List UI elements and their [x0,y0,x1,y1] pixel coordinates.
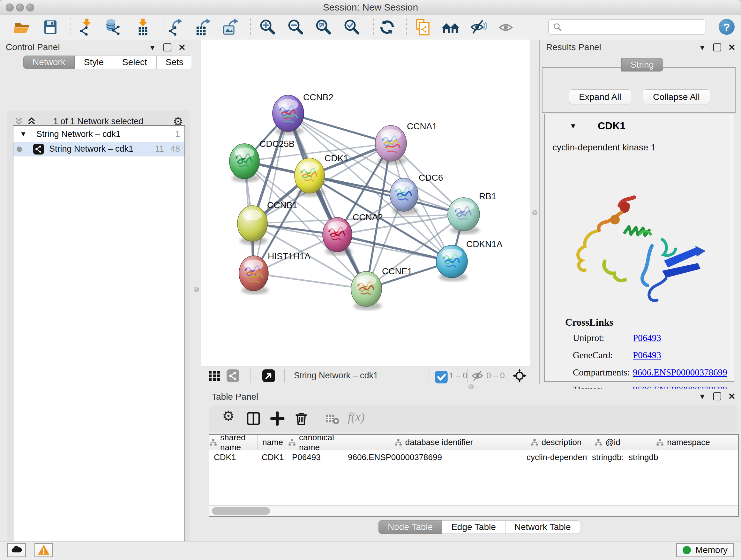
network-node-CCNE1[interactable] [351,271,382,310]
center-view-button[interactable] [513,369,526,382]
table-tab-node-table[interactable]: Node Table [379,520,442,534]
panel-close-icon[interactable]: ✕ [179,44,186,51]
show-columns-button[interactable] [246,411,261,426]
right-splitter-grip[interactable] [532,210,537,215]
network-collection-row[interactable]: ▼ String Network – cdk1 1 [13,127,185,142]
gene-section-header[interactable]: ▼ CDK1 [545,114,734,138]
results-tab-string[interactable]: String [621,58,663,71]
cloud-status-button[interactable] [7,543,26,557]
new-network-from-selection-button[interactable] [413,18,431,36]
table-cell[interactable]: P06493 [287,450,343,464]
panel-maximize-icon[interactable] [713,44,721,51]
table-cell[interactable]: stringdb [624,450,738,464]
function-builder-button[interactable]: f(x) [346,410,367,424]
network-node-CDKN1A[interactable] [436,245,468,281]
search-input[interactable] [566,21,701,33]
import-network-button[interactable] [77,18,95,36]
network-node-CCNA1[interactable] [375,125,407,165]
column-header-description[interactable]: description [523,435,589,450]
zoom-fit-button[interactable] [314,18,332,36]
network-edge-CCNB2-HIST1H1A[interactable] [254,113,288,273]
warnings-button[interactable] [35,543,53,557]
table-cell[interactable]: cyclin-dependent ... [522,450,588,464]
horizontal-scrollbar[interactable] [209,505,738,516]
memory-button[interactable]: Memory [676,543,734,557]
grid-icon [208,369,221,382]
tab-network[interactable]: Network [23,56,75,69]
create-column-button[interactable] [270,411,285,426]
network-node-RB1[interactable] [448,198,480,234]
panel-float-icon[interactable]: ▼ [698,393,706,400]
help-button[interactable]: ? [719,19,735,35]
network-node-CDC6[interactable] [390,178,418,215]
first-neighbors-button[interactable] [442,18,460,36]
table-cell[interactable]: 9606.ENSP00000378699 [343,450,522,464]
export-network-button[interactable] [166,18,185,36]
delete-table-button[interactable] [325,411,340,426]
network-node-HIST1H1A[interactable] [239,256,268,294]
column-header-database-identifier[interactable]: database identifier [344,435,523,450]
panel-close-icon[interactable]: ✕ [728,393,736,400]
panel-float-icon[interactable]: ▼ [698,44,706,51]
table-cell[interactable]: CDK1 [257,450,287,464]
column-header-shared-name[interactable]: shared name [209,435,258,450]
table-row[interactable]: CDK1CDK1P064939606.ENSP00000378699cyclin… [209,450,738,464]
zoom-in-button[interactable] [259,18,276,36]
table-settings-gear-icon[interactable]: ⚙ [222,408,234,424]
network-edge-CCNB2-CCNE1[interactable] [288,113,366,289]
birds-eye-view-button[interactable] [208,369,221,382]
panel-close-icon[interactable]: ✕ [728,44,736,51]
right-splitter[interactable] [530,40,539,384]
scrollbar-thumb[interactable] [212,507,270,515]
hide-selected-button[interactable] [469,18,487,36]
expand-all-button[interactable]: Expand All [569,89,631,105]
open-session-button[interactable] [13,18,30,36]
show-all-button[interactable] [497,18,515,36]
panel-maximize-icon[interactable] [163,44,172,51]
network-node-CDC25B[interactable] [229,144,259,182]
crosslink-genecard-link[interactable]: P06493 [633,350,661,361]
disclosure-triangle-icon[interactable]: ▼ [569,122,577,130]
left-splitter[interactable] [192,40,201,541]
collapse-all-button[interactable]: Collapse All [643,89,710,105]
panel-float-icon[interactable]: ▼ [149,44,156,51]
import-table-button[interactable] [133,18,151,36]
results-scrollbar[interactable] [729,114,734,381]
zoom-out-button[interactable] [286,18,305,36]
panel-maximize-icon[interactable] [713,392,721,400]
save-session-button[interactable] [42,18,59,36]
network-node-CCNB1[interactable] [238,206,267,245]
zoom-selected-button[interactable] [343,18,360,36]
export-table-button[interactable] [194,18,212,36]
network-node-CCNA2[interactable] [323,217,352,255]
network-edge-HIST1H1A-CCNE1[interactable] [254,273,366,289]
network-overview-button[interactable] [226,369,240,382]
crosslink-uniprot-link[interactable]: P06493 [633,333,661,343]
network-row-selected[interactable]: String Network – cdk1 11 48 [13,142,185,157]
column-header-namespace[interactable]: namespace [626,435,739,450]
apply-layout-button[interactable] [378,18,396,36]
network-node-CCNB2[interactable] [273,95,304,135]
tab-select[interactable]: Select [113,56,156,69]
network-node-CDK1[interactable] [294,158,325,197]
export-image-button[interactable] [222,18,240,36]
left-splitter-grip[interactable] [194,287,199,292]
column-header-id[interactable]: @id [589,435,626,450]
diagonal-arrow-icon [262,369,275,382]
crosslink-compartments-link[interactable]: 9606.ENSP00000378699 [633,367,727,378]
table-cell[interactable]: CDK1 [209,450,257,464]
table-tab-network-table[interactable]: Network Table [505,520,580,534]
import-database-button[interactable] [104,18,122,36]
column-header-canonical-name[interactable]: canonical name [288,435,344,450]
tab-style[interactable]: Style [75,56,113,69]
delete-column-button[interactable] [293,411,309,426]
network-canvas[interactable]: CCNB2CCNA1CDC25BCDK1CDC6RB1CCNB1CCNA2CDK… [201,40,530,367]
selected-count-icon[interactable] [434,370,446,384]
disclosure-triangle-icon[interactable]: ▼ [20,130,27,138]
table-tab-edge-table[interactable]: Edge Table [442,520,505,534]
network-edge-CCNA2-CDKN1A[interactable] [337,235,452,261]
column-header-name[interactable]: name [258,435,288,450]
open-in-new-window-button[interactable] [262,369,275,382]
tab-sets[interactable]: Sets [156,56,193,69]
table-cell[interactable]: stringdb:9... [588,450,624,464]
